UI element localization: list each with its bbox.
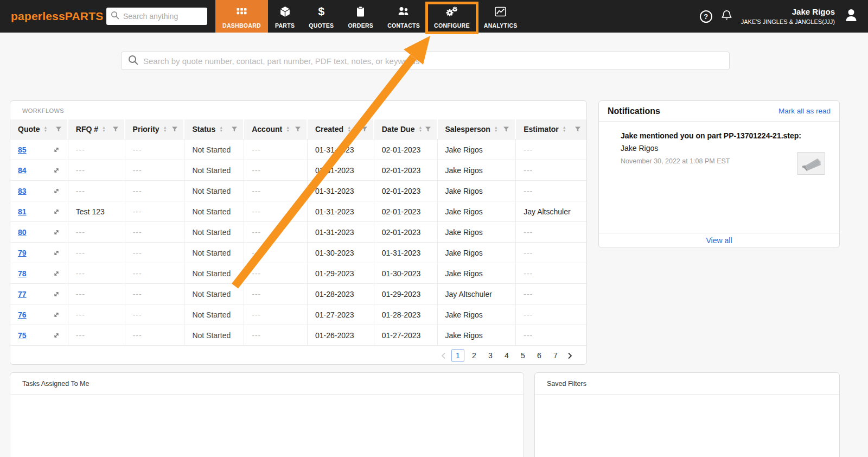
rfq-cell: --- (68, 222, 125, 242)
priority-cell: --- (125, 222, 185, 242)
nav-tab-quotes[interactable]: $ QUOTES (302, 0, 341, 33)
expand-icon[interactable] (53, 311, 60, 319)
account-cell: --- (244, 243, 308, 263)
column-header-date-due[interactable]: Date Due ▲▼ (374, 119, 438, 139)
sort-icon[interactable]: ▲▼ (494, 126, 498, 132)
status-cell: Not Started (184, 160, 244, 180)
quote-link[interactable]: 76 (18, 310, 27, 319)
quote-link[interactable]: 75 (18, 331, 27, 340)
date-due-cell: 01-29-2023 (374, 284, 438, 304)
pagination-page-4[interactable]: 4 (500, 350, 513, 361)
nav-tabs: DASHBOARD PARTS $ QUOTES ORDERS (215, 0, 525, 33)
sort-icon[interactable]: ▲▼ (563, 126, 566, 132)
filter-funnel-icon[interactable] (231, 126, 238, 132)
expand-icon[interactable] (53, 228, 60, 236)
filter-funnel-icon[interactable] (55, 126, 62, 132)
status-cell: Not Started (184, 243, 244, 263)
table-row: 79------Not Started---01-30-202301-31-20… (10, 242, 586, 263)
mark-all-as-read-link[interactable]: Mark all as read (778, 107, 831, 115)
column-header-status[interactable]: Status ▲▼ (184, 119, 244, 139)
expand-icon[interactable] (53, 208, 60, 215)
priority-cell: --- (125, 201, 185, 221)
filter-funnel-icon[interactable] (503, 126, 509, 132)
date-due-cell: 02-01-2023 (374, 201, 438, 221)
user-block[interactable]: Jake Rigos JAKE'S JINGLES & JANGLES(JJJ) (741, 7, 835, 26)
quote-cell: 75 (10, 325, 68, 345)
quote-link[interactable]: 79 (18, 249, 27, 257)
brand-logo-text: paperlessPARTS (11, 10, 103, 23)
nav-search-input[interactable] (123, 12, 203, 21)
nav-tab-analytics[interactable]: ANALYTICS (477, 0, 525, 33)
pagination-page-7[interactable]: 7 (549, 350, 562, 361)
bell-icon[interactable] (720, 9, 733, 24)
filter-funnel-icon[interactable] (112, 126, 119, 132)
expand-icon[interactable] (53, 146, 60, 154)
column-header-estimator[interactable]: Estimator ▲▼ (516, 119, 586, 139)
quote-link[interactable]: 83 (18, 187, 27, 195)
quote-link[interactable]: 84 (18, 166, 27, 175)
sort-icon[interactable]: ▲▼ (163, 126, 167, 132)
pagination-page-1[interactable]: 1 (451, 349, 464, 362)
sort-icon[interactable]: ▲▼ (219, 126, 223, 132)
pagination-page-6[interactable]: 6 (533, 350, 546, 361)
view-all-link[interactable]: View all (706, 236, 732, 245)
quote-link[interactable]: 77 (18, 290, 27, 299)
column-label: Status (192, 125, 215, 134)
quote-link[interactable]: 81 (18, 207, 27, 216)
pagination-page-5[interactable]: 5 (516, 350, 529, 361)
brand-logo[interactable]: paperlessPARTS (11, 0, 122, 33)
created-cell: 01-31-2023 (308, 201, 374, 221)
sort-icon[interactable]: ▲▼ (102, 126, 106, 132)
created-cell: 01-26-2023 (308, 325, 374, 345)
sort-icon[interactable]: ▲▼ (286, 126, 290, 132)
nav-right: ? Jake Rigos JAKE'S JINGLES & JANGLES(JJ… (700, 0, 859, 33)
nav-tab-contacts[interactable]: CONTACTS (380, 0, 427, 33)
date-due-cell: 02-01-2023 (374, 160, 438, 180)
dollar-icon: $ (318, 5, 324, 18)
column-header-priority[interactable]: Priority ▲▼ (125, 119, 185, 139)
sort-icon[interactable]: ▲▼ (43, 126, 47, 132)
status-cell: Not Started (184, 201, 244, 221)
pagination-prev-icon[interactable] (439, 352, 448, 359)
column-header-account[interactable]: Account ▲▼ (244, 119, 308, 139)
expand-icon[interactable] (53, 332, 60, 339)
sort-icon[interactable]: ▲▼ (347, 126, 351, 132)
pagination-page-2[interactable]: 2 (468, 350, 481, 361)
filter-funnel-icon[interactable] (425, 126, 431, 132)
filter-funnel-icon[interactable] (361, 126, 368, 132)
pagination-next-icon[interactable] (565, 352, 575, 359)
part-thumbnail-image[interactable] (797, 152, 825, 175)
sort-icon[interactable]: ▲▼ (418, 126, 422, 132)
notification-item[interactable]: Jake mentioned you on part PP-13701224-2… (599, 122, 839, 233)
expand-icon[interactable] (53, 167, 60, 174)
filter-funnel-icon[interactable] (171, 126, 178, 132)
rfq-cell: --- (68, 304, 125, 325)
nav-tab-dashboard[interactable]: DASHBOARD (215, 0, 268, 33)
status-cell: Not Started (184, 139, 244, 160)
avatar-icon[interactable] (843, 7, 859, 26)
nav-tab-parts[interactable]: PARTS (268, 0, 302, 33)
column-header-salesperson[interactable]: Salesperson ▲▼ (438, 119, 516, 139)
expand-icon[interactable] (53, 187, 60, 195)
filter-funnel-icon[interactable] (575, 126, 581, 132)
quote-link[interactable]: 78 (18, 269, 27, 278)
column-header-rfq[interactable]: RFQ # ▲▼ (68, 119, 125, 139)
saved-filters-title: Saved Filters (535, 373, 839, 395)
nav-tab-configure[interactable]: CONFIGURE (427, 0, 477, 33)
expand-icon[interactable] (53, 290, 60, 298)
pagination-page-3[interactable]: 3 (484, 350, 497, 361)
expand-icon[interactable] (53, 249, 60, 257)
nav-tab-orders[interactable]: ORDERS (341, 0, 380, 33)
column-header-created[interactable]: Created ▲▼ (308, 119, 374, 139)
column-header-quote[interactable]: Quote ▲▼ (10, 119, 68, 139)
help-icon[interactable]: ? (700, 10, 712, 23)
quote-link[interactable]: 85 (18, 145, 27, 154)
expand-icon[interactable] (53, 270, 60, 277)
status-cell: Not Started (184, 284, 244, 304)
global-search-input[interactable] (143, 56, 723, 66)
salesperson-cell: Jake Rigos (438, 263, 516, 283)
filter-funnel-icon[interactable] (295, 126, 301, 132)
salesperson-cell: Jake Rigos (438, 304, 516, 325)
estimator-cell: --- (516, 243, 586, 263)
quote-link[interactable]: 80 (18, 228, 27, 237)
